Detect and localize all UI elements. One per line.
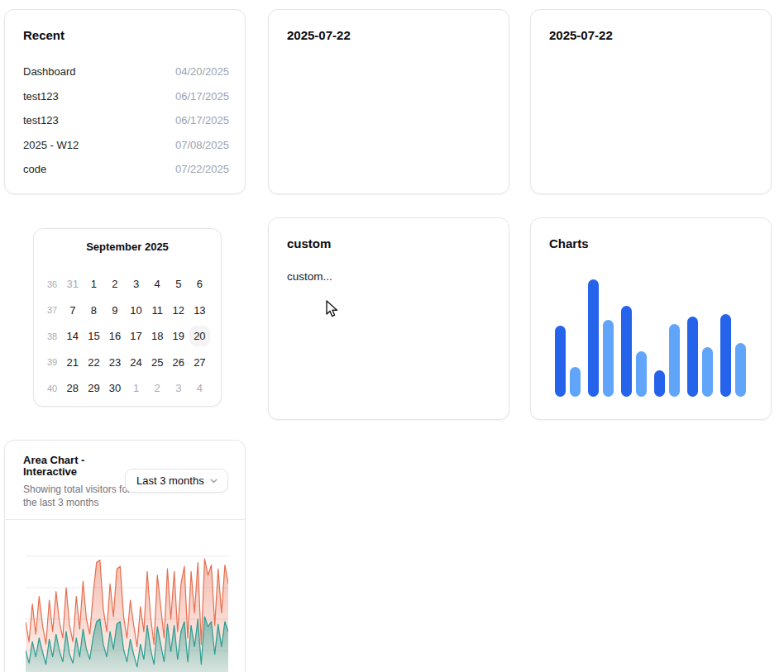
calendar-day[interactable]: 27: [189, 350, 211, 376]
calendar-day[interactable]: 21: [62, 350, 84, 376]
calendar-week-number: 39: [42, 350, 62, 376]
note-card-1-title: 2025-07-22: [287, 28, 490, 42]
recent-item[interactable]: Dashboard04/20/2025: [23, 60, 229, 84]
calendar-day-label: 11: [147, 300, 168, 321]
recent-item[interactable]: test12306/17/2025: [23, 84, 229, 109]
calendar-day-label: 9: [104, 300, 125, 321]
calendar-day-label: 21: [62, 352, 83, 373]
calendar-day-label: 5: [168, 274, 189, 294]
area-chart-header: Area Chart - Interactive Showing total v…: [5, 441, 245, 520]
range-select[interactable]: Last 3 months: [125, 469, 228, 493]
calendar-day[interactable]: 26: [168, 350, 189, 376]
chevron-down-icon: [208, 475, 219, 486]
calendar-day[interactable]: 19: [168, 323, 189, 350]
calendar-day[interactable]: 4: [146, 271, 168, 298]
calendar-day-selected[interactable]: 20: [189, 323, 211, 350]
calendar-day-label: 20: [189, 326, 210, 346]
calendar-day-label: 24: [126, 352, 146, 373]
calendar-day[interactable]: 6: [189, 271, 211, 298]
recent-list: Dashboard04/20/2025test12306/17/2025test…: [23, 60, 229, 182]
calendar-day-label: 10: [126, 300, 146, 321]
calendar-day-label: 25: [147, 352, 168, 373]
calendar-card: September 2025 3631123456377891011121338…: [33, 228, 222, 407]
calendar-week-number: 40: [42, 375, 62, 402]
calendar-day-label: 6: [189, 274, 210, 294]
calendar-day-label: 3: [126, 274, 146, 294]
calendar-day-label: 29: [84, 378, 104, 398]
calendar-day[interactable]: 1: [126, 375, 147, 402]
recent-item-name: code: [23, 163, 46, 175]
calendar-day-label: 15: [84, 326, 104, 346]
calendar-day[interactable]: 11: [146, 298, 168, 324]
recent-card-title: Recent: [23, 28, 229, 42]
calendar-day[interactable]: 25: [146, 350, 168, 376]
bar-light: [636, 351, 647, 397]
bar-light: [735, 343, 746, 397]
calendar-day[interactable]: 18: [146, 323, 168, 350]
calendar-day-label: 18: [147, 326, 168, 346]
bar-dark: [588, 279, 599, 397]
custom-card: custom custom...: [268, 217, 509, 420]
range-select-value: Last 3 months: [136, 474, 204, 487]
calendar-day[interactable]: 1: [84, 271, 105, 298]
calendar-day-label: 8: [84, 300, 104, 321]
bar-dark: [720, 314, 731, 397]
bar-dark: [654, 370, 665, 397]
calendar-day-label: 19: [168, 326, 189, 346]
bar-chart: [555, 273, 746, 397]
calendar-week-number: 36: [42, 271, 62, 298]
calendar-day[interactable]: 12: [168, 298, 189, 324]
calendar-day-label: 14: [62, 326, 83, 346]
recent-card: Recent Dashboard04/20/2025test12306/17/2…: [4, 9, 246, 194]
calendar-day-label: 2: [104, 274, 125, 294]
calendar-week-number: 37: [42, 298, 62, 324]
area-series: [26, 559, 228, 672]
calendar-day[interactable]: 3: [168, 375, 189, 402]
calendar-day-label: 3: [168, 378, 189, 398]
calendar-week-number: 38: [42, 323, 62, 350]
area-chart-card: Area Chart - Interactive Showing total v…: [4, 440, 246, 672]
calendar-month-label: September 2025: [34, 241, 221, 253]
calendar-day[interactable]: 22: [84, 350, 105, 376]
custom-card-title: custom: [287, 236, 490, 250]
calendar-day-label: 16: [104, 326, 125, 346]
recent-item[interactable]: 2025 - W1207/08/2025: [23, 133, 229, 158]
calendar-day-label: 4: [147, 274, 168, 294]
note-card-2-title: 2025-07-22: [549, 28, 753, 42]
bar-dark: [687, 317, 698, 397]
calendar-day[interactable]: 24: [126, 350, 147, 376]
calendar-day[interactable]: 8: [84, 298, 105, 324]
calendar-day[interactable]: 28: [62, 375, 84, 402]
calendar-day[interactable]: 10: [126, 298, 147, 324]
calendar-day[interactable]: 14: [62, 323, 84, 350]
calendar-day[interactable]: 7: [62, 298, 84, 324]
area-chart-subtitle: Showing total visitors for the last 3 mo…: [23, 483, 136, 509]
bar-light: [702, 347, 713, 397]
calendar-day[interactable]: 2: [104, 271, 126, 298]
calendar-grid: 3631123456377891011121338141516171819203…: [42, 271, 210, 402]
calendar-day[interactable]: 16: [104, 323, 126, 350]
calendar-day[interactable]: 2: [146, 375, 168, 402]
calendar-day-label: 26: [168, 352, 189, 373]
area-chart-title: Area Chart - Interactive: [23, 455, 116, 478]
calendar-day-label: 1: [126, 378, 146, 398]
calendar-day[interactable]: 23: [104, 350, 126, 376]
note-card-2: 2025-07-22: [530, 9, 772, 194]
calendar-day[interactable]: 15: [84, 323, 105, 350]
calendar-day[interactable]: 17: [126, 323, 147, 350]
calendar-day[interactable]: 30: [104, 375, 126, 402]
calendar-day-label: 12: [168, 300, 189, 321]
calendar-day[interactable]: 29: [84, 375, 105, 402]
calendar-day[interactable]: 3: [126, 271, 147, 298]
calendar-day[interactable]: 4: [189, 375, 211, 402]
recent-item[interactable]: test12306/17/2025: [23, 108, 229, 133]
recent-item[interactable]: code07/22/2025: [23, 157, 229, 182]
calendar-day-label: 27: [189, 352, 210, 373]
note-card-1: 2025-07-22: [268, 9, 509, 194]
bar-dark: [621, 306, 632, 397]
calendar-day[interactable]: 5: [168, 271, 189, 298]
calendar-day[interactable]: 13: [189, 298, 211, 324]
calendar-day[interactable]: 9: [104, 298, 126, 324]
calendar-day-label: 23: [104, 352, 125, 373]
calendar-day[interactable]: 31: [62, 271, 84, 298]
